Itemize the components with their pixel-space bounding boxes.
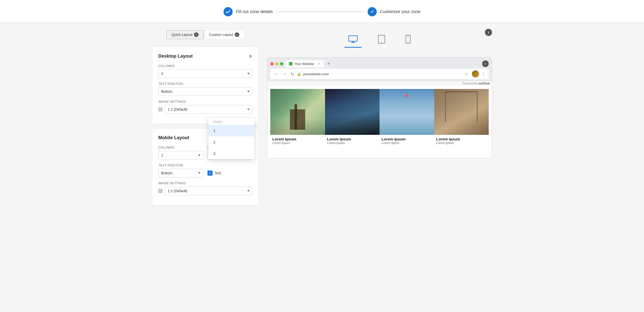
mobile-image-settings-row: Image Settings 1:1 (Default) — [158, 181, 253, 195]
mobile-text-position-group: Text Position Bottom — [158, 164, 203, 177]
mobile-text-checkbox-group: ✓ Text — [207, 171, 253, 176]
step2-label: Customize your zone — [380, 9, 421, 14]
desktop-section-title: Desktop Layout — [158, 54, 193, 59]
grid-title-4: Lorem Ipsum — [436, 137, 487, 141]
svg-rect-0 — [349, 36, 357, 41]
custom-layout-info-icon[interactable]: i — [235, 32, 239, 37]
desktop-columns-row: Columns 4 — [158, 64, 253, 78]
mobile-text-position-label: Text Position — [158, 164, 203, 167]
desktop-columns-select[interactable]: 4 — [158, 69, 253, 78]
grid-caption-4: Lorem Ipsum Lorem Ipsum — [434, 135, 489, 148]
mobile-icon — [405, 35, 411, 45]
desktop-image-settings-control: 1:1 (Default) — [158, 105, 253, 114]
desktop-image-color-swatch — [158, 107, 162, 111]
grid-item-1[interactable]: Lorem Ipsum Lorem Ipsum — [270, 89, 325, 148]
powered-by-bar: Powered By exoClick — [267, 81, 492, 86]
browser-info-button[interactable]: i — [482, 60, 489, 67]
powered-by-text: Powered By — [462, 82, 477, 85]
desktop-section-header: Desktop Layout ∧ — [158, 53, 253, 59]
grid-caption-2: Lorem Ipsum Lorem Ipsum — [325, 135, 380, 148]
check-mark-icon: ✓ — [209, 171, 212, 175]
browser-refresh-button[interactable]: ↻ — [290, 71, 295, 77]
quick-layout-label: Quick Layout — [172, 33, 192, 37]
right-section: i Your Website × + — [267, 29, 492, 210]
desktop-collapse-button[interactable]: ∧ — [249, 53, 253, 59]
mobile-text-checkbox-row: ✓ Text — [207, 171, 253, 176]
browser-tab: Your Website × — [285, 60, 324, 67]
step-1: Fill out zone details — [223, 7, 273, 16]
step1-circle — [223, 7, 233, 16]
lock-icon: 🔒 — [297, 72, 301, 76]
mobile-image-color-swatch — [158, 189, 162, 193]
mobile-section-title: Mobile Layout — [158, 135, 189, 140]
desktop-text-position-select[interactable]: Bottom — [158, 87, 253, 96]
browser-address-bar: ← → ↻ 🔒 yourwebsite.com/ ☆ ⋮ — [270, 69, 489, 79]
exoclick-brand: exoClick — [478, 82, 490, 85]
custom-layout-label: Custom Layout — [209, 33, 233, 37]
browser-url[interactable]: yourwebsite.com/ — [303, 72, 462, 76]
grid-title-3: Lorem Ipsum — [382, 137, 432, 141]
grid-image-1 — [270, 89, 325, 135]
custom-layout-button[interactable]: Custom Layout i — [204, 30, 245, 39]
svg-point-2 — [381, 42, 382, 43]
mobile-image-settings-select[interactable]: 1:1 (Default) — [165, 187, 253, 195]
image-grid: Lorem Ipsum Lorem Ipsum Lorem Ipsum Lore… — [270, 89, 489, 148]
dropdown-option-1[interactable]: 1 — [208, 125, 254, 136]
grid-image-4 — [434, 89, 489, 135]
browser-body: Lorem Ipsum Lorem Ipsum Lorem Ipsum Lore… — [267, 86, 492, 158]
mobile-columns-label: Columns — [158, 146, 203, 149]
browser-footer-space — [270, 148, 489, 158]
step1-label: Fill out zone details — [236, 9, 273, 14]
layout-toggle: Quick Layout i Custom Layout i — [165, 29, 246, 41]
mobile-text-checkbox[interactable]: ✓ — [207, 171, 213, 176]
tablet-device-button[interactable] — [374, 33, 389, 48]
browser-dots — [270, 62, 283, 66]
grid-image-3 — [380, 89, 434, 135]
desktop-text-position-label: Text Position — [158, 82, 253, 86]
desktop-device-button[interactable] — [344, 33, 362, 48]
browser-forward-button[interactable]: → — [282, 71, 288, 77]
global-info-button[interactable]: i — [485, 29, 492, 36]
browser-menu-icon[interactable]: ⋮ — [481, 71, 486, 77]
step-line — [277, 11, 363, 12]
mobile-device-button[interactable] — [401, 33, 415, 48]
tab-favicon-icon — [289, 62, 292, 66]
quick-layout-button[interactable]: Quick Layout i — [166, 30, 204, 39]
grid-sub-4: Lorem Ipsum — [436, 141, 487, 145]
grid-item-3[interactable]: Lorem Ipsum Lorem Ipsum — [380, 89, 434, 148]
grid-sub-3: Lorem Ipsum — [382, 141, 432, 145]
dropdown-option-2[interactable]: 2 — [208, 136, 254, 148]
desktop-icon — [348, 35, 358, 45]
desktop-layout-section: Desktop Layout ∧ Columns 4 Text Position… — [152, 47, 259, 124]
desktop-columns-group: Columns 4 — [158, 64, 253, 78]
dropdown-header: Rows — [208, 118, 254, 125]
browser-back-button[interactable]: ← — [273, 71, 279, 77]
grid-caption-3: Lorem Ipsum Lorem Ipsum — [380, 135, 434, 148]
grid-sub-1: Lorem Ipsum — [272, 141, 323, 145]
device-selector-row: i — [267, 29, 492, 53]
step2-circle — [368, 7, 377, 16]
mobile-text-position-row: Text Position Bottom ✓ Text — [158, 164, 253, 177]
quick-layout-info-icon[interactable]: i — [194, 32, 199, 37]
grid-caption-1: Lorem Ipsum Lorem Ipsum — [270, 135, 325, 148]
browser-dot-red — [270, 62, 274, 66]
left-panel: Quick Layout i Custom Layout i Desktop L… — [152, 29, 259, 210]
desktop-image-settings-select[interactable]: 1:1 (Default) — [165, 105, 253, 114]
grid-item-4[interactable]: Lorem Ipsum Lorem Ipsum — [434, 89, 489, 148]
mobile-image-settings-group: Image Settings 1:1 (Default) — [158, 181, 253, 195]
bookmark-icon[interactable]: ☆ — [464, 72, 468, 76]
grid-image-2 — [325, 89, 380, 135]
mobile-text-position-select[interactable]: Bottom — [158, 169, 203, 177]
desktop-text-position-row: Text Position Bottom — [158, 82, 253, 96]
dropdown-option-3[interactable]: 3 — [208, 148, 254, 159]
grid-item-2[interactable]: Lorem Ipsum Lorem Ipsum — [325, 89, 380, 148]
browser-new-tab-button[interactable]: + — [326, 61, 332, 67]
step-2: Customize your zone — [368, 7, 421, 16]
device-selector — [344, 29, 415, 48]
mobile-columns-select[interactable]: 1 — [158, 151, 203, 160]
mobile-image-settings-control: 1:1 (Default) — [158, 187, 253, 195]
browser-dot-yellow — [275, 62, 278, 66]
browser-tab-close-button[interactable]: × — [318, 62, 320, 66]
desktop-image-settings-row: Image Settings 1:1 (Default) — [158, 100, 253, 114]
browser-tab-title: Your Website — [295, 62, 314, 66]
